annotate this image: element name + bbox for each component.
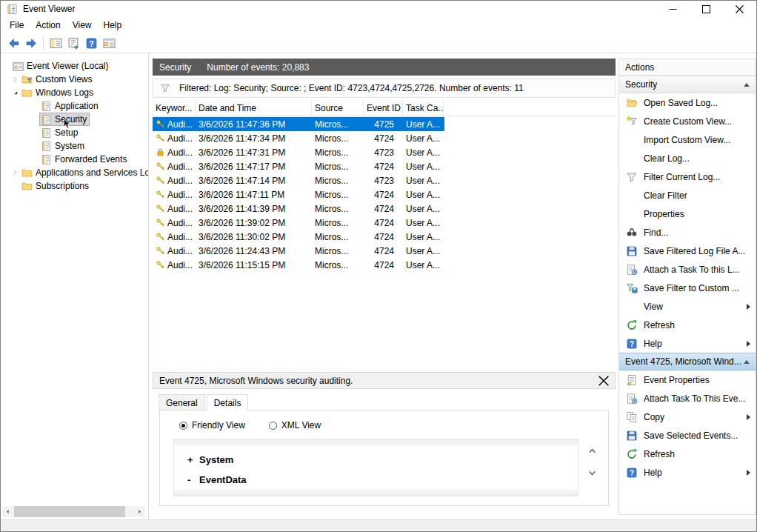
toolbar-button[interactable] [47,35,64,52]
tree-item[interactable]: Event Viewer (Local) [1,59,148,73]
collapse-section-icon[interactable] [744,360,750,364]
menu-item[interactable]: Help [98,18,128,33]
tree-item[interactable]: System [1,139,148,153]
xml-node[interactable]: - EventData [187,470,578,490]
action-item[interactable]: Filter Current Log... [619,167,756,186]
event-row[interactable]: Audi... 3/6/2026 11:47:36 PM Micros... 4… [153,117,444,131]
action-item-label: Save Filter to Custom ... [644,283,739,293]
menu-item[interactable]: View [67,18,98,33]
event-row[interactable]: Audi... 3/6/2026 11:41:39 PM Micros... 4… [153,202,444,216]
expander[interactable] [11,182,20,190]
toolbar-button[interactable] [22,35,40,52]
tree-node-body[interactable]: Custom Views [20,73,95,86]
expander[interactable] [30,142,39,150]
menu-item[interactable]: File [4,18,30,33]
preview-close-button[interactable] [598,376,609,386]
tree-node-body[interactable]: Applications and Services Lo [20,166,149,179]
scroll-right-button[interactable] [134,506,145,517]
node-toggle[interactable]: - [187,474,199,485]
tree-item[interactable]: Security [1,113,148,126]
toolbar-button[interactable]: ? [82,35,100,52]
action-item[interactable]: Find... [619,223,756,242]
chevron-right-icon[interactable] [11,75,20,84]
action-item[interactable]: Clear Filter [619,186,756,205]
action-item[interactable]: Import Custom View... [619,130,756,149]
action-item[interactable]: Create Custom View... [619,112,756,130]
event-row[interactable]: Audi... 3/6/2026 11:15:15 PM Micros... 4… [153,258,444,272]
tree-node-body[interactable]: System [39,139,87,153]
toolbar-button[interactable] [4,35,22,52]
event-row[interactable]: Audi... 3/6/2026 11:47:31 PM Micros... 4… [153,145,444,159]
event-row[interactable]: Audi... 3/6/2026 11:47:14 PM Micros... 4… [153,173,444,187]
action-item[interactable]: Save Filter to Custom ... [619,279,756,297]
expander[interactable] [30,115,39,124]
tree-item[interactable]: Application [1,99,148,113]
tree-node-body[interactable]: Windows Logs [20,86,96,99]
action-item[interactable]: Copy [619,408,756,426]
tree-node-body[interactable]: Subscriptions [20,179,92,193]
expander[interactable] [2,61,11,70]
scroll-up-button[interactable] [586,443,598,458]
action-item[interactable]: ? Help [619,463,756,482]
action-section-header[interactable]: Security [619,76,756,93]
scrollbar-thumb[interactable] [14,506,125,517]
tree-item[interactable]: Custom Views [1,73,148,86]
column-header[interactable]: Task Ca... [403,100,444,116]
view-radio[interactable]: XML View [269,420,321,430]
action-item[interactable]: Event Properties [619,370,756,389]
action-item[interactable]: Refresh [619,316,756,334]
expander[interactable] [30,102,39,110]
action-item[interactable]: Attach Task To This Eve... [619,389,756,408]
scroll-down-button[interactable] [586,465,598,480]
event-row[interactable]: Audi... 3/6/2026 11:47:34 PM Micros... 4… [153,131,444,145]
action-section-header[interactable]: Event 4725, Microsoft Wind... [619,353,756,370]
expander[interactable] [30,155,39,164]
close-button[interactable] [723,1,756,17]
expander[interactable] [30,128,39,137]
node-toggle[interactable]: + [187,454,199,465]
toolbar-button[interactable] [64,35,82,52]
tree-item[interactable]: Applications and Services Lo [1,166,148,179]
event-row[interactable]: Audi... 3/6/2026 11:24:43 PM Micros... 4… [153,244,444,258]
action-item[interactable]: ? Help [619,334,756,353]
event-row[interactable]: Audi... 3/6/2026 11:47:17 PM Micros... 4… [153,159,444,173]
tree-item[interactable]: Windows Logs [1,86,148,99]
column-header[interactable]: Keywor... [153,100,196,116]
tree-node-body[interactable]: Application [39,99,101,113]
tree-item[interactable]: Subscriptions [1,179,148,193]
tree-item[interactable]: Forwarded Events [1,153,148,166]
action-item[interactable]: Refresh [619,445,756,463]
event-row[interactable]: Audi... 3/6/2026 11:30:02 PM Micros... 4… [153,230,444,244]
minimize-button[interactable] [656,1,690,17]
column-header[interactable]: Date and Time [196,100,312,116]
toolbar-button[interactable] [100,35,118,52]
action-item[interactable]: Properties [619,205,756,223]
chevron-expanded-icon[interactable] [11,88,20,97]
tree-node-body[interactable]: Setup [39,126,81,139]
tree-horizontal-scrollbar[interactable] [2,506,145,517]
tree-node-body[interactable]: Event Viewer (Local) [11,59,112,73]
preview-tab[interactable]: Details [207,394,249,410]
maximize-button[interactable] [690,1,723,17]
event-row[interactable]: Audi... 3/6/2026 11:39:02 PM Micros... 4… [153,216,444,230]
collapse-section-icon[interactable] [744,83,750,87]
menu-item[interactable]: Action [30,18,66,33]
event-row[interactable]: Audi... 3/6/2026 11:47:11 PM Micros... 4… [153,187,444,202]
action-item[interactable]: Clear Log... [619,149,756,167]
preview-tab[interactable]: General [159,394,205,410]
action-item[interactable]: Save Selected Events... [619,426,756,445]
action-item[interactable]: Open Saved Log... [619,93,756,112]
action-item[interactable]: Save Filtered Log File A... [619,242,756,260]
xml-node[interactable]: + System [187,450,578,470]
scroll-left-button[interactable] [2,506,13,517]
preview-tabs: GeneralDetails [159,394,250,410]
action-item[interactable]: View [619,297,756,316]
tree-item[interactable]: Setup [1,126,148,139]
column-header[interactable]: Event ID [364,100,403,116]
tree-node-body[interactable]: Forwarded Events [39,153,130,166]
action-item[interactable]: Attach a Task To this L... [619,260,756,279]
tree-node-body[interactable]: Security [39,113,90,126]
column-header[interactable]: Source [312,100,364,116]
chevron-right-icon[interactable] [11,168,20,177]
view-radio[interactable]: Friendly View [179,420,245,430]
